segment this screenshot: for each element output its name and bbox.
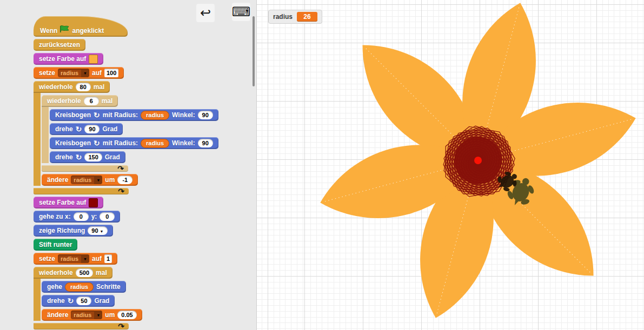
block-change-radius-005[interactable]: ändere radius ▼ um 0.05: [42, 309, 142, 321]
hat-label-1: Wenn: [40, 27, 57, 35]
degrees-input[interactable]: 150: [84, 153, 102, 161]
hat-block-when-flag-clicked[interactable]: Wenn angeklickt: [34, 16, 128, 37]
chevron-down-icon: ▼: [83, 71, 87, 75]
pen-down-label: Stift runter: [39, 241, 72, 248]
block-change-radius-minus1[interactable]: ändere radius ▼ um -1: [42, 174, 138, 186]
repeat-6-bottom-arm[interactable]: ↷: [42, 165, 128, 172]
color-swatch-orange[interactable]: [89, 55, 98, 64]
variable-watcher-radius[interactable]: radius 26: [268, 10, 322, 24]
y-label: y:: [91, 213, 97, 220]
repeat-500-bottom-arm[interactable]: ↷: [34, 323, 129, 329]
reset-label: zurücksetzen: [39, 41, 80, 49]
radius-reporter[interactable]: radius: [141, 139, 169, 148]
set-label: setze: [39, 255, 55, 262]
value-input[interactable]: 100: [104, 69, 118, 77]
keyboard-button[interactable]: ⌨: [232, 3, 250, 21]
by-label: um: [105, 311, 115, 319]
watcher-name: radius: [273, 13, 293, 21]
angle-input[interactable]: 90: [198, 139, 213, 147]
repeat-80-bottom-arm[interactable]: ↷: [34, 188, 129, 194]
block-turn-50[interactable]: drehe ↻ 50 Grad: [42, 295, 115, 307]
variable-name: radius: [71, 177, 94, 183]
degrees-input[interactable]: 90: [84, 125, 99, 133]
repeat-count-input[interactable]: 80: [76, 83, 91, 91]
block-point-direction[interactable]: zeige Richtung 90▼: [34, 225, 113, 237]
degrees-input[interactable]: 50: [76, 297, 91, 305]
repeat-label: wiederhole: [39, 269, 73, 277]
turn-label: drehe: [55, 125, 73, 133]
radius-reporter[interactable]: radius: [141, 111, 169, 120]
block-reset[interactable]: zurücksetzen: [34, 39, 85, 51]
to-label: auf: [92, 255, 102, 262]
block-set-pen-color-darkred[interactable]: setze Farbe auf: [34, 197, 103, 208]
block-arc-2[interactable]: Kreisbogen ↻ mit Radius: radius Winkel: …: [50, 137, 218, 149]
to-label: auf: [92, 69, 102, 77]
value-input[interactable]: 0.05: [117, 311, 136, 319]
color-swatch-darkred[interactable]: [89, 198, 98, 207]
scripting-pane: ↩ ⌨ Wenn angeklickt zurücksetzen setze F…: [0, 0, 256, 330]
turn-cw-icon: ↻: [76, 125, 82, 133]
watcher-value: 26: [297, 12, 317, 22]
times-label: mal: [94, 83, 105, 91]
degrees-label: Grad: [105, 153, 120, 161]
scripts-scrollbar[interactable]: [253, 16, 255, 86]
set-color-label: setze Farbe auf: [39, 55, 86, 63]
angle-input[interactable]: 90: [198, 111, 213, 119]
with-radius-label: mit Radius:: [103, 139, 138, 147]
variable-name: radius: [71, 312, 94, 318]
x-input[interactable]: 0: [74, 212, 89, 221]
repeat-count-input[interactable]: 500: [76, 268, 93, 277]
turn-cw-icon: ↻: [94, 111, 100, 119]
block-go-to-xy[interactable]: gehe zu x: 0 y: 0: [34, 211, 120, 223]
repeat-80-header[interactable]: wiederhole 80 mal: [34, 81, 110, 93]
arc-label: Kreisbogen: [55, 139, 91, 147]
variable-name: radius: [58, 255, 81, 262]
radius-reporter[interactable]: radius: [65, 282, 94, 292]
loop-arrow-icon: ↷: [118, 188, 124, 194]
turn-label: drehe: [55, 153, 73, 161]
degrees-label: Grad: [94, 297, 109, 305]
move-label: gehe: [47, 283, 62, 291]
block-pen-down[interactable]: Stift runter: [34, 239, 77, 251]
variable-dropdown[interactable]: radius ▼: [58, 69, 89, 77]
turn-cw-icon: ↻: [76, 153, 82, 161]
repeat-80-body: wiederhole 6 mal Kreisbogen ↻ mit Radius…: [34, 93, 218, 186]
variable-dropdown[interactable]: radius ▼: [71, 311, 102, 319]
hat-label-2: angeklickt: [72, 27, 104, 35]
set-color-label: setze Farbe auf: [39, 199, 86, 206]
block-arc-1[interactable]: Kreisbogen ↻ mit Radius: radius Winkel: …: [50, 109, 218, 121]
change-label: ändere: [47, 311, 68, 319]
with-radius-label: mit Radius:: [103, 111, 138, 119]
repeat-count-input[interactable]: 6: [84, 97, 99, 105]
block-set-radius-100[interactable]: setze radius ▼ auf 100: [34, 67, 124, 79]
variable-dropdown[interactable]: radius ▼: [71, 176, 102, 184]
arc-label: Kreisbogen: [55, 111, 91, 119]
block-move-steps[interactable]: gehe radius Schritte: [42, 281, 126, 293]
chevron-down-icon: ▼: [96, 178, 100, 182]
value-input[interactable]: -1: [117, 176, 132, 184]
goto-x-label: gehe zu x:: [39, 213, 71, 220]
repeat-500-header[interactable]: wiederhole 500 mal: [34, 267, 112, 279]
loop-arrow-icon: ↷: [117, 166, 124, 171]
angle-label: Winkel:: [172, 139, 195, 147]
steps-label: Schritte: [96, 283, 121, 291]
direction-value: 90: [91, 227, 98, 234]
block-turn-150[interactable]: drehe ↻ 150 Grad: [50, 151, 125, 163]
block-turn-90[interactable]: drehe ↻ 90 Grad: [50, 123, 123, 135]
loop-arrow-icon: ↷: [118, 324, 124, 329]
y-input[interactable]: 0: [99, 212, 115, 221]
dropdown-tab: ▼: [94, 311, 102, 319]
direction-dropdown[interactable]: 90▼: [88, 226, 107, 235]
chevron-down-icon: ▼: [83, 257, 87, 261]
block-set-radius-1[interactable]: setze radius ▼ auf 1: [34, 253, 117, 265]
chevron-down-icon: ▼: [96, 313, 100, 317]
block-set-pen-color-orange[interactable]: setze Farbe auf: [34, 53, 103, 65]
variable-dropdown[interactable]: radius ▼: [58, 254, 89, 263]
repeat-500-block: wiederhole 500 mal gehe radius Schritte …: [34, 267, 142, 329]
point-direction-label: zeige Richtung: [39, 227, 85, 234]
repeat-6-header[interactable]: wiederhole 6 mal: [42, 95, 118, 107]
turn-cw-icon: ↻: [68, 297, 74, 305]
value-input[interactable]: 1: [104, 254, 112, 263]
degrees-label: Grad: [102, 125, 117, 133]
repeat-label: wiederhole: [39, 83, 73, 91]
